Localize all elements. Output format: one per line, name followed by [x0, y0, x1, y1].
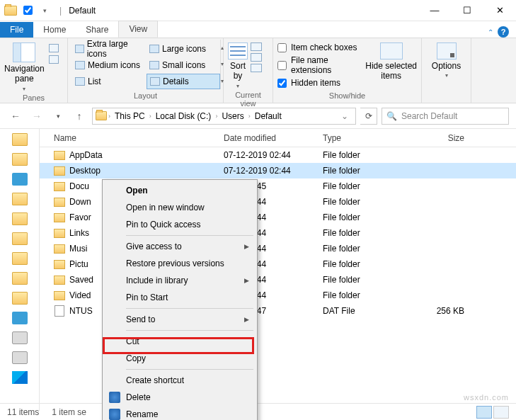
breadcrumb-this-pc[interactable]: This PC [112, 111, 148, 121]
folder-icon [54, 166, 65, 176]
cm-include-library[interactable]: Include in library▶ [105, 272, 255, 289]
cell-type: File folder [323, 166, 415, 176]
forward-button[interactable]: → [28, 108, 45, 125]
size-columns-button[interactable] [251, 64, 262, 72]
tree-onedrive-icon[interactable] [12, 173, 28, 186]
maximize-button[interactable]: ☐ [451, 0, 483, 21]
tree-onedrive-icon[interactable] [12, 312, 28, 324]
help-icon[interactable]: ? [498, 26, 509, 38]
cell-type: File folder [323, 244, 415, 254]
shield-icon [109, 409, 120, 420]
ribbon-group-layout: Extra large icons Large icons Medium ico… [68, 38, 224, 103]
breadcrumb-default[interactable]: Default [252, 111, 285, 121]
tree-folder-icon[interactable] [12, 153, 28, 166]
tab-share[interactable]: Share [76, 22, 118, 38]
col-size[interactable]: Size [415, 133, 471, 143]
options-button[interactable]: Options ▾ [426, 40, 466, 79]
cm-open[interactable]: Open [105, 182, 255, 199]
cm-cut[interactable]: Cut [105, 333, 255, 350]
layout-extra-large-icons[interactable]: Extra large icons [72, 41, 146, 57]
recent-dropdown-icon[interactable]: ▾ [50, 108, 67, 125]
details-view-toggle[interactable] [476, 406, 492, 419]
tree-folder-icon[interactable] [12, 292, 28, 305]
tree-folder-icon[interactable] [12, 212, 28, 225]
cell-date: 07-12-2019 02:44 [224, 150, 323, 160]
qat-checkbox[interactable] [20, 3, 35, 18]
ribbon-collapse-icon[interactable]: ⌃ [488, 28, 493, 36]
tree-drive-icon[interactable] [12, 351, 28, 364]
col-type[interactable]: Type [323, 133, 415, 143]
up-button[interactable]: ↑ [71, 108, 88, 125]
navigation-tree[interactable] [0, 129, 40, 411]
options-icon [437, 42, 457, 59]
hide-icon [380, 42, 403, 59]
layout-medium-icons[interactable]: Medium icons [72, 57, 146, 73]
navigation-pane-button[interactable]: Navigation pane ▾ [4, 40, 45, 92]
breadcrumb-users[interactable]: Users [219, 111, 246, 121]
cm-restore-versions[interactable]: Restore previous versions [105, 255, 255, 272]
minimize-button[interactable]: — [418, 0, 451, 21]
group-by-button[interactable] [251, 42, 262, 51]
file-name-extensions-toggle[interactable]: File name extensions [277, 55, 358, 75]
col-name[interactable]: Name [40, 133, 224, 143]
tree-folder-icon[interactable] [12, 252, 28, 265]
preview-pane-button[interactable] [49, 44, 59, 52]
back-button[interactable]: ← [7, 108, 24, 125]
close-button[interactable]: ✕ [483, 0, 516, 21]
breadcrumb[interactable]: › This PC › Local Disk (C:) › Users › De… [92, 108, 356, 125]
details-pane-button[interactable] [49, 55, 59, 64]
tree-folder-icon[interactable] [12, 133, 28, 146]
hidden-items-toggle[interactable]: Hidden items [277, 78, 358, 88]
cm-delete[interactable]: Delete [105, 389, 255, 406]
navigation-pane-icon [13, 42, 35, 62]
qat-dropdown-icon[interactable]: ▾ [37, 3, 52, 18]
ribbon-group-panes: Navigation pane ▾ Panes [0, 38, 68, 103]
tree-folder-icon[interactable] [12, 193, 28, 205]
file-icon [55, 305, 64, 317]
folder-icon [54, 229, 65, 238]
table-row[interactable]: Desktop07-12-2019 02:44File folder [40, 163, 516, 178]
tab-file[interactable]: File [0, 22, 33, 38]
hide-selected-button[interactable]: Hide selected items [365, 40, 417, 88]
layout-list[interactable]: List [72, 74, 146, 89]
col-date[interactable]: Date modified [224, 133, 323, 143]
breadcrumb-dropdown-icon[interactable]: ⌄ [337, 111, 352, 121]
cm-create-shortcut[interactable]: Create shortcut [105, 372, 255, 389]
watermark: wsxdn.com [464, 393, 509, 402]
tree-folder-icon[interactable] [12, 272, 28, 285]
tree-drive-icon[interactable] [12, 331, 28, 344]
cm-give-access[interactable]: Give access to▶ [105, 238, 255, 255]
cell-type: File folder [323, 259, 415, 269]
large-icons-view-toggle[interactable] [493, 406, 509, 419]
chevron-down-icon: ▾ [236, 83, 239, 89]
layout-group-label: Layout [72, 90, 219, 103]
cm-separator [126, 330, 253, 331]
cm-copy[interactable]: Copy [105, 350, 255, 367]
add-columns-button[interactable] [251, 53, 262, 62]
breadcrumb-local-disk[interactable]: Local Disk (C:) [153, 111, 214, 121]
cm-pin-start[interactable]: Pin to Start [105, 289, 255, 306]
tab-view[interactable]: View [118, 21, 158, 38]
cm-send-to[interactable]: Send to▶ [105, 311, 255, 328]
tree-windows-icon[interactable] [12, 371, 28, 384]
cm-rename[interactable]: Rename [105, 406, 255, 420]
folder-icon [96, 111, 107, 120]
cm-separator [126, 308, 253, 309]
table-row[interactable]: AppData07-12-2019 02:44File folder [40, 147, 516, 163]
layout-large-icons[interactable]: Large icons [147, 41, 220, 57]
search-input[interactable]: 🔍 Search Default [382, 108, 509, 125]
sort-by-button[interactable]: Sort by ▾ [228, 40, 248, 89]
folder-icon [54, 244, 65, 254]
layout-details[interactable]: Details [147, 74, 220, 89]
status-bar: 11 items 1 item se [0, 403, 516, 420]
item-check-boxes-toggle[interactable]: Item check boxes [277, 42, 358, 52]
cm-pin-quick-access[interactable]: Pin to Quick access [105, 216, 255, 233]
folder-icon[interactable] [3, 3, 18, 18]
tree-folder-icon[interactable] [12, 232, 28, 245]
tab-home[interactable]: Home [33, 22, 76, 38]
breadcrumb-sep: › [108, 113, 110, 120]
cm-open-new-window[interactable]: Open in new window [105, 199, 255, 216]
layout-small-icons[interactable]: Small icons [147, 57, 220, 73]
refresh-button[interactable]: ⟳ [360, 108, 377, 125]
navigation-pane-label: Navigation pane [4, 64, 45, 84]
